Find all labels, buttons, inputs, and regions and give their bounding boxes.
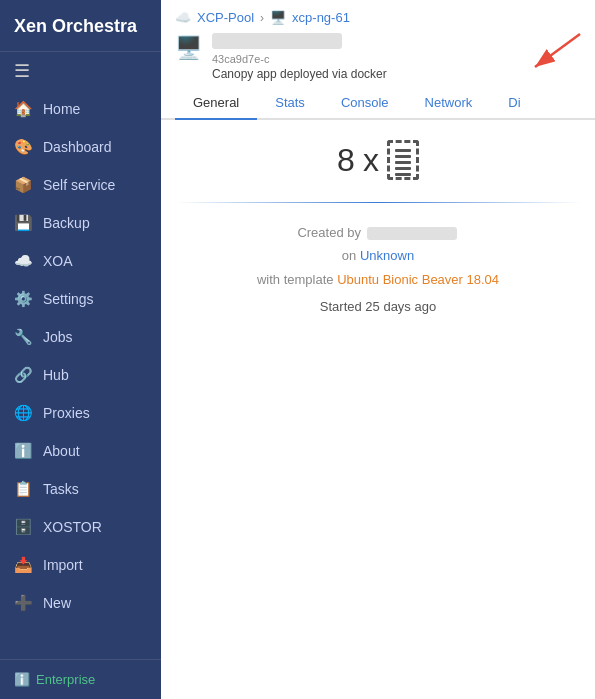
tab-network[interactable]: Network xyxy=(407,87,491,120)
sidebar-item-settings[interactable]: ⚙️ Settings xyxy=(0,280,161,318)
sidebar-item-label: XOA xyxy=(43,253,73,269)
arrow-indicator xyxy=(505,29,585,83)
sidebar-item-label: Dashboard xyxy=(43,139,112,155)
breadcrumb-sep1: › xyxy=(260,11,264,25)
new-icon: ➕ xyxy=(14,594,33,612)
home-icon: 🏠 xyxy=(14,100,33,118)
sidebar-item-label: New xyxy=(43,595,71,611)
on-value: Unknown xyxy=(360,248,414,263)
tab-console[interactable]: Console xyxy=(323,87,407,120)
sidebar-item-xostor[interactable]: 🗄️ XOSTOR xyxy=(0,508,161,546)
sidebar-item-new[interactable]: ➕ New xyxy=(0,584,161,622)
on-row: on Unknown xyxy=(257,244,499,267)
sidebar-item-label: Import xyxy=(43,557,83,573)
sidebar-item-label: Settings xyxy=(43,291,94,307)
dashboard-icon: 🎨 xyxy=(14,138,33,156)
sidebar-item-about[interactable]: ℹ️ About xyxy=(0,432,161,470)
tab-stats[interactable]: Stats xyxy=(257,87,323,120)
sidebar-item-label: Self service xyxy=(43,177,115,193)
sidebar-item-xoa[interactable]: ☁️ XOA xyxy=(0,242,161,280)
sidebar-item-home[interactable]: 🏠 Home xyxy=(0,90,161,128)
started-row: Started 25 days ago xyxy=(257,295,499,318)
tab-di[interactable]: Di xyxy=(490,87,538,120)
sidebar-item-label: Backup xyxy=(43,215,90,231)
sidebar-nav: 🏠 Home 🎨 Dashboard 📦 Self service 💾 Back… xyxy=(0,90,161,659)
template-row: with template Ubuntu Bionic Beaver 18.04 xyxy=(257,268,499,291)
sidebar-item-label: Home xyxy=(43,101,80,117)
settings-icon: ⚙️ xyxy=(14,290,33,308)
template-value: Ubuntu Bionic Beaver 18.04 xyxy=(337,272,499,287)
tabs-bar: General Stats Console Network Di xyxy=(161,87,595,120)
self-service-icon: 📦 xyxy=(14,176,33,194)
tasks-icon: 📋 xyxy=(14,480,33,498)
sidebar-item-backup[interactable]: 💾 Backup xyxy=(0,204,161,242)
breadcrumb-host-icon: 🖥️ xyxy=(270,10,286,25)
import-icon: 📥 xyxy=(14,556,33,574)
xoa-icon: ☁️ xyxy=(14,252,33,270)
cpu-multiplier: x xyxy=(363,142,379,179)
breadcrumb-cloud-icon: ☁️ xyxy=(175,10,191,25)
hub-icon: 🔗 xyxy=(14,366,33,384)
about-icon: ℹ️ xyxy=(14,442,33,460)
cpu-count: 8 xyxy=(337,142,355,179)
sidebar-item-self-service[interactable]: 📦 Self service xyxy=(0,166,161,204)
on-label: on xyxy=(342,248,356,263)
sidebar-item-label: XOSTOR xyxy=(43,519,102,535)
sidebar-item-proxies[interactable]: 🌐 Proxies xyxy=(0,394,161,432)
sidebar-item-label: Tasks xyxy=(43,481,79,497)
sidebar-item-import[interactable]: 📥 Import xyxy=(0,546,161,584)
vm-header: 🖥️ 43ca9d7e-c Canopy app deployed via do… xyxy=(161,29,595,87)
breadcrumb-host[interactable]: xcp-ng-61 xyxy=(292,10,350,25)
created-by-row: Created by xyxy=(257,221,499,244)
breadcrumb-pool[interactable]: XCP-Pool xyxy=(197,10,254,25)
footer-label: Enterprise xyxy=(36,672,95,687)
xostor-icon: 🗄️ xyxy=(14,518,33,536)
main-content: ☁️ XCP-Pool › 🖥️ xcp-ng-61 🖥️ 43ca9d7e-c… xyxy=(161,0,595,699)
breadcrumb: ☁️ XCP-Pool › 🖥️ xcp-ng-61 xyxy=(161,0,595,29)
jobs-icon: 🔧 xyxy=(14,328,33,346)
cpu-display: 8 x xyxy=(337,140,419,180)
sidebar-item-hub[interactable]: 🔗 Hub xyxy=(0,356,161,394)
sidebar-item-label: Jobs xyxy=(43,329,73,345)
vm-monitor-icon: 🖥️ xyxy=(175,35,202,61)
vm-name-placeholder xyxy=(212,33,342,49)
sidebar-item-label: Hub xyxy=(43,367,69,383)
backup-icon: 💾 xyxy=(14,214,33,232)
sidebar: Xen Orchestra ☰ 🏠 Home 🎨 Dashboard 📦 Sel… xyxy=(0,0,161,699)
sidebar-item-dashboard[interactable]: 🎨 Dashboard xyxy=(0,128,161,166)
hamburger-menu[interactable]: ☰ xyxy=(0,52,161,90)
footer-enterprise: ℹ️ Enterprise xyxy=(0,659,161,699)
app-title: Xen Orchestra xyxy=(0,0,161,52)
cpu-chip-icon xyxy=(387,140,419,180)
tab-general[interactable]: General xyxy=(175,87,257,120)
divider xyxy=(175,202,581,203)
proxies-icon: 🌐 xyxy=(14,404,33,422)
content-area: 8 x Created by on Unknown xyxy=(161,120,595,699)
sidebar-item-label: About xyxy=(43,443,80,459)
sidebar-item-label: Proxies xyxy=(43,405,90,421)
created-by-label: Created by xyxy=(297,225,361,240)
vm-details: Created by on Unknown with template Ubun… xyxy=(257,221,499,319)
svg-line-1 xyxy=(535,34,580,67)
sidebar-item-tasks[interactable]: 📋 Tasks xyxy=(0,470,161,508)
created-by-value xyxy=(367,227,457,240)
template-label: with template xyxy=(257,272,334,287)
sidebar-item-jobs[interactable]: 🔧 Jobs xyxy=(0,318,161,356)
info-icon: ℹ️ xyxy=(14,672,30,687)
